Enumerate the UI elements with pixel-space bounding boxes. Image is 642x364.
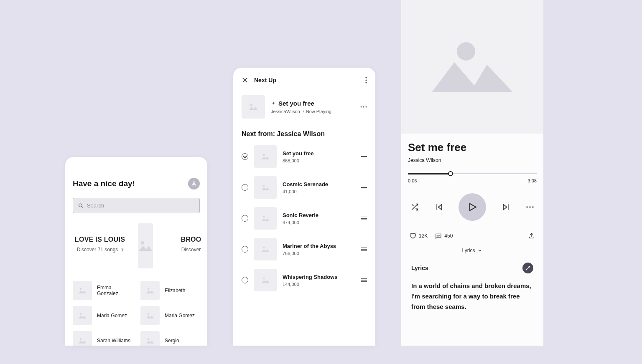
featured-image-placeholder [138,223,153,268]
artist-item[interactable]: Sarah Williams [73,331,132,346]
share-icon [528,233,535,239]
queue-thumb [254,145,277,168]
svg-point-7 [80,338,82,340]
close-icon[interactable] [242,77,248,83]
time-total: 3:08 [528,178,537,183]
share-button[interactable] [528,233,535,239]
queue-item[interactable]: Cosmic Serenade 41,000 [242,176,367,199]
svg-point-3 [80,288,82,290]
drag-handle-icon[interactable] [361,217,367,220]
profile-avatar-button[interactable] [188,178,200,190]
artist-item[interactable]: Maria Gomez [73,306,132,325]
queue-thumb [254,207,277,230]
queue-item[interactable]: Set you free 868,000 [242,145,367,168]
album-cover [401,0,543,134]
artist-item[interactable]: Emma Gonzalez [73,281,132,300]
artist-item[interactable]: Sergio [140,331,200,346]
lyrics-toggle-label: Lyrics [462,248,475,253]
search-icon [78,203,84,209]
queue-item-title: Whispering Shadows [283,274,355,280]
svg-point-24 [532,206,533,207]
drag-handle-icon[interactable] [361,186,367,190]
queue-item-title: Set you free [283,150,355,157]
progress-slider[interactable] [408,172,537,175]
svg-point-22 [526,206,527,207]
expand-lyrics-button[interactable] [522,263,533,273]
now-playing-row[interactable]: Set you free JessicaWilson Now Playing [242,95,367,119]
greeting-title: Have a nice day! [73,179,135,188]
featured-subtitle: Discover 71 songs [77,247,118,253]
next-up-screen: Next Up Set you free JessicaWilson Now P… [233,68,375,346]
artists-grid: Emma Gonzalez Elizabeth Maria Gomez Mari… [73,281,200,346]
svg-point-20 [263,278,265,280]
now-playing-title: Set you free [278,100,314,107]
comment-count: 450 [444,233,453,239]
discover-screen: Have a nice day! LOVE IS LOUIS Discover … [65,157,207,346]
more-horizontal-icon[interactable] [360,106,367,108]
queue-item-plays: 766,000 [283,251,355,256]
svg-point-12 [250,104,252,106]
featured-card[interactable]: BROO Discover [164,223,207,268]
svg-point-14 [363,106,364,108]
featured-title: LOVE IS LOUIS [75,236,125,243]
chevron-down-icon [477,248,482,253]
like-button[interactable]: 12K [410,233,428,239]
queue-radio[interactable] [242,184,248,191]
queue-item-plays: 674,000 [283,220,355,225]
queue-thumb [254,176,277,199]
queue-thumb [254,238,277,260]
svg-point-18 [263,216,265,218]
drag-handle-icon[interactable] [361,278,367,282]
shuffle-button[interactable] [410,202,420,212]
like-count: 12K [419,233,428,239]
svg-point-0 [193,182,195,184]
svg-point-23 [529,206,530,207]
queue-item[interactable]: Mariner of the Abyss 766,000 [242,238,367,260]
svg-point-19 [263,247,265,249]
queue-item-title: Cosmic Serenade [283,181,355,187]
search-box[interactable] [73,198,200,213]
featured-subtitle: Discover [181,247,201,253]
queue-radio[interactable] [242,153,248,160]
previous-button[interactable] [434,202,444,212]
queue-item[interactable]: Sonic Reverie 674,000 [242,207,367,230]
queue-radio[interactable] [242,246,248,253]
lyrics-label: Lyrics [411,265,428,271]
queue-thumb [254,269,277,291]
svg-point-6 [148,313,149,315]
heart-icon [410,233,416,239]
featured-card[interactable]: LOVE IS LOUIS Discover 71 songs [73,223,127,268]
queue-item-plays: 868,000 [283,158,355,163]
svg-point-11 [365,82,367,83]
artist-item[interactable]: Maria Gomez [140,306,200,325]
next-button[interactable] [501,202,511,212]
song-artist: Jessica Wilson [408,157,537,163]
comment-button[interactable]: 450 [435,233,453,239]
artist-item[interactable]: Elizabeth [140,281,200,300]
more-button[interactable] [525,202,535,212]
queue-item-title: Sonic Reverie [283,212,355,218]
play-button[interactable] [459,193,486,221]
svg-point-13 [361,106,362,108]
comment-icon [435,233,442,239]
featured-title: BROO [181,236,201,243]
svg-point-5 [80,313,82,315]
lyrics-toggle[interactable]: Lyrics [408,248,537,253]
svg-point-8 [148,338,149,340]
queue-radio[interactable] [242,277,248,283]
svg-point-17 [263,185,265,187]
more-vertical-icon[interactable] [365,77,367,83]
song-title: Set me free [408,141,537,154]
chevron-right-icon [120,248,123,251]
svg-point-1 [79,204,82,207]
svg-point-15 [366,106,367,108]
drag-handle-icon[interactable] [361,248,367,251]
now-playing-artist: JessicaWilson [271,109,300,114]
drag-handle-icon[interactable] [361,155,367,159]
lyrics-text: In a world of chains and broken dreams,I… [411,281,533,312]
queue-radio[interactable] [242,215,248,222]
next-from-label: Next from: Jessica Wilson [242,130,367,138]
queue-item[interactable]: Whispering Shadows 144,000 [242,269,367,291]
user-icon [191,181,197,187]
search-input[interactable] [87,202,194,209]
